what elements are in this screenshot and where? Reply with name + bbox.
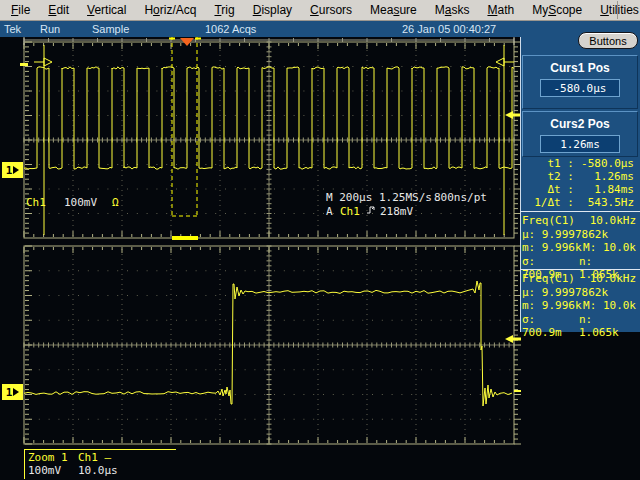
tek-logo: Tek	[4, 23, 21, 35]
measurement-name: Freq(C1)	[522, 214, 575, 228]
measurement-max: M: 10.0k	[583, 299, 636, 313]
trigger-source-readout: Ch1	[340, 205, 360, 218]
menu-bar: FileEditVerticalHoriz/AcqTrigDisplayCurs…	[0, 0, 640, 21]
status-bar: Tek Run Sample 1062 Acqs 26 Jan 05 00:40…	[0, 21, 640, 37]
coupling-readout: Ω	[112, 196, 119, 209]
measurement-count: n: 1.065k	[579, 313, 636, 340]
cursor-stat-row: t2 :1.26ms	[522, 170, 634, 183]
cursor-stat-row: Δt :1.84ms	[522, 183, 634, 196]
trigger-level-readout: 218mV	[380, 205, 413, 218]
stat-label: 1/Δt :	[522, 196, 574, 209]
stat-value: -580.0µs	[574, 157, 634, 170]
cursor1-title: Curs1 Pos	[523, 61, 637, 75]
measurement-sigma: σ: 700.9m	[522, 313, 579, 340]
panel-separator	[520, 269, 640, 270]
measurement-mean: µ: 9.9997862k	[522, 286, 608, 299]
measurement-row: m: 9.996kM: 10.0k	[522, 241, 636, 255]
menu-item-cursors[interactable]: Cursors	[301, 1, 361, 19]
menu-item-math[interactable]: Math	[478, 1, 523, 19]
menu-item-utilities[interactable]: Utilities	[591, 1, 640, 19]
measurement-block-2: Freq(C1)10.0kHzµ: 9.9997862km: 9.996kM: …	[522, 272, 636, 340]
measurement-mean: µ: 9.9997862k	[522, 228, 608, 241]
right-arrow-icon	[13, 388, 19, 396]
measurement-min: m: 9.996k	[522, 241, 582, 255]
stat-label: t2 :	[522, 170, 574, 183]
zoom-box-border	[24, 449, 176, 450]
menu-item-masks[interactable]: Masks	[426, 1, 479, 19]
menu-item-file[interactable]: File	[2, 1, 39, 19]
channel1-marker-label: 1	[6, 386, 13, 399]
zoom-graticule	[24, 246, 521, 444]
panel-edge-line	[520, 37, 521, 332]
menu-item-display[interactable]: Display	[244, 1, 301, 19]
measurement-value: 10.0kHz	[590, 272, 636, 286]
measurement-name: Freq(C1)	[522, 272, 575, 286]
zoom-box-border	[24, 449, 25, 479]
panel-separator	[520, 211, 640, 212]
trigger-level-arrow-zoom	[505, 335, 521, 343]
menu-item-horizacq[interactable]: Horiz/Acq	[135, 1, 205, 19]
menu-item-trig[interactable]: Trig	[205, 1, 243, 19]
measurement-row: Freq(C1)10.0kHz	[522, 272, 636, 286]
trigger-prefix: A	[326, 205, 333, 218]
menu-item-myscope[interactable]: MyScope	[523, 1, 591, 19]
level-tick	[20, 63, 28, 66]
zoom-timebase: 10.0µs	[78, 464, 118, 477]
trigger-level-arrow-main	[505, 111, 521, 119]
run-state: Run	[40, 23, 60, 35]
slope-rising-icon	[366, 205, 376, 218]
channel-readout: Ch1	[26, 196, 46, 209]
resolution-readout: 800ns/pt	[434, 191, 487, 204]
acquisition-mode: Sample	[92, 23, 129, 35]
stat-label: t1 :	[522, 157, 574, 170]
acquisition-count: 1062 Acqs	[205, 23, 256, 35]
stat-label: Δt :	[522, 183, 574, 196]
cursor1-position-field[interactable]: -580.0µs	[540, 79, 620, 97]
cursor2-section: Curs2 Pos 1.26ms	[522, 111, 638, 157]
channel1-marker-zoom[interactable]: 1	[2, 384, 23, 400]
measurement-row: µ: 9.9997862k	[522, 228, 636, 242]
measurement-row: Freq(C1)10.0kHz	[522, 214, 636, 228]
measurement-row: m: 9.996kM: 10.0k	[522, 299, 636, 313]
menu-item-edit[interactable]: Edit	[39, 1, 78, 19]
measurement-value: 10.0kHz	[590, 214, 636, 228]
zoom-source: Ch1 —	[78, 451, 111, 464]
cursor-stat-row: t1 :-580.0µs	[522, 157, 634, 170]
menu-separator	[617, 1, 618, 19]
cursor-stats-readout: t1 :-580.0µst2 :1.26msΔt :1.84ms1/Δt :54…	[522, 157, 634, 209]
menu-item-measure[interactable]: Measure	[361, 1, 426, 19]
menu-item-vertical[interactable]: Vertical	[78, 1, 135, 19]
buttons-button[interactable]: Buttons	[578, 32, 638, 49]
oscilloscope-screen: FileEditVerticalHoriz/AcqTrigDisplayCurs…	[0, 0, 640, 480]
stat-value: 1.26ms	[574, 170, 634, 183]
timebase-readout: M 200µs 1.25MS/s	[326, 191, 432, 204]
cursor1-section: Curs1 Pos -580.0µs	[522, 55, 638, 109]
zoom-position-bar[interactable]	[172, 236, 198, 240]
cursor2-position-field[interactable]: 1.26ms	[540, 135, 620, 153]
right-arrow-icon	[13, 166, 19, 174]
zoom-scale: 100mV	[28, 464, 61, 477]
channel1-marker-main[interactable]: 1	[2, 162, 23, 178]
measurement-row: µ: 9.9997862k	[522, 286, 636, 300]
level-tick	[514, 390, 521, 392]
measurement-min: m: 9.996k	[522, 299, 582, 313]
vertical-scale-readout: 100mV	[64, 196, 97, 209]
datetime: 26 Jan 05 00:40:27	[402, 23, 496, 35]
zoom-title: Zoom 1	[28, 451, 68, 464]
channel1-marker-label: 1	[6, 164, 13, 177]
cursor-stat-row: 1/Δt :543.5Hz	[522, 196, 634, 209]
stat-value: 543.5Hz	[574, 196, 634, 209]
stat-value: 1.84ms	[574, 183, 634, 196]
measurement-row: σ: 700.9mn: 1.065k	[522, 313, 636, 340]
measurement-max: M: 10.0k	[583, 241, 636, 255]
cursor2-title: Curs2 Pos	[523, 117, 637, 131]
